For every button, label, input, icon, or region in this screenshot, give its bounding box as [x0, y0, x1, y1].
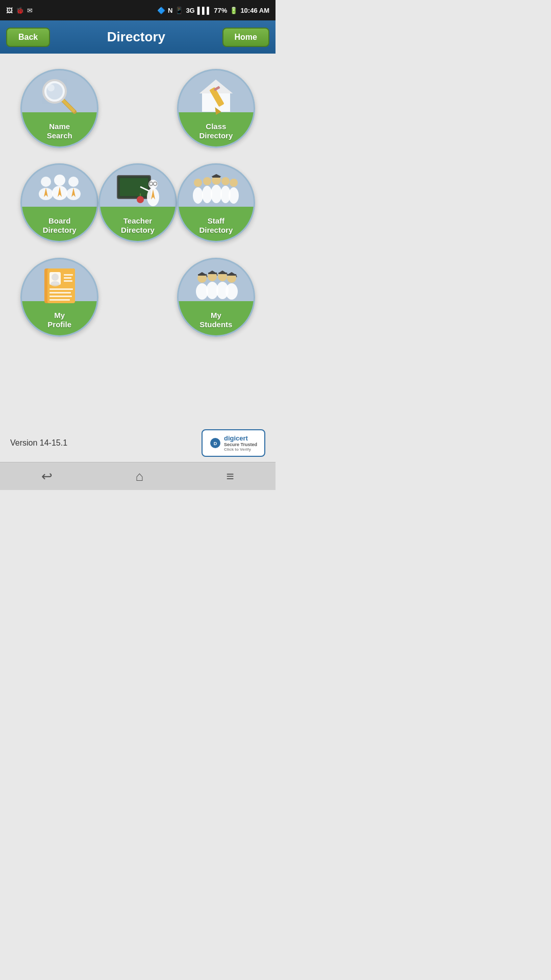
version-text: Version 14-15.1 — [10, 438, 67, 448]
class-directory-label: ClassDirectory — [195, 122, 237, 146]
svg-point-34 — [203, 177, 211, 185]
board-directory-icon — [37, 170, 83, 211]
back-nav-button[interactable]: ↩ — [41, 469, 53, 484]
digicert-logo-icon: D — [210, 437, 221, 449]
name-search-icon — [37, 76, 83, 116]
photo-icon: 🖼 — [6, 7, 13, 14]
svg-point-48 — [51, 281, 60, 286]
page-title: Directory — [107, 29, 165, 45]
footer: Version 14-15.1 D digicert Secure Truste… — [0, 424, 276, 462]
svg-text:D: D — [214, 441, 217, 446]
svg-point-72 — [226, 283, 238, 300]
digicert-text: digicert Secure Trusted Click to Verify — [224, 434, 257, 452]
bug-icon: 🐞 — [16, 7, 24, 14]
svg-rect-53 — [49, 292, 71, 293]
board-directory-label: BoardDirectory — [39, 216, 81, 241]
teacher-directory-button[interactable]: TeacherDirectory — [98, 163, 177, 242]
my-students-label: MyStudents — [195, 311, 236, 335]
svg-point-11 — [41, 177, 51, 187]
svg-point-18 — [68, 177, 79, 187]
phone-icon: 📱 — [175, 7, 183, 14]
my-students-button[interactable]: MyStudents — [177, 258, 255, 337]
status-icons-right: 🔷 N 📱 3G ▌▌▌ 77% 🔋 10:46 AM — [157, 7, 269, 14]
teacher-directory-icon — [115, 170, 161, 211]
svg-rect-50 — [64, 277, 71, 279]
time-display: 10:46 AM — [240, 7, 269, 14]
svg-rect-22 — [120, 178, 148, 196]
class-directory-icon — [193, 76, 239, 116]
menu-nav-button[interactable]: ≡ — [227, 469, 234, 484]
digicert-badge[interactable]: D digicert Secure Trusted Click to Verif… — [202, 429, 265, 457]
home-button[interactable]: Home — [222, 28, 269, 47]
my-profile-label: MyProfile — [43, 311, 76, 335]
svg-marker-43 — [211, 174, 221, 177]
svg-point-15 — [54, 175, 65, 186]
status-bar: 🖼 🐞 ✉ 🔷 N 📱 3G ▌▌▌ 77% 🔋 10:46 AM — [0, 0, 276, 20]
svg-marker-59 — [198, 272, 206, 275]
back-button[interactable]: Back — [6, 28, 50, 47]
board-directory-button[interactable]: BoardDirectory — [20, 163, 98, 242]
svg-marker-64 — [208, 271, 216, 273]
my-profile-button[interactable]: MyProfile — [20, 258, 98, 337]
svg-point-27 — [137, 196, 144, 203]
svg-rect-54 — [49, 296, 72, 297]
svg-marker-74 — [228, 272, 236, 275]
svg-line-3 — [63, 101, 73, 111]
mail-icon: ✉ — [27, 7, 33, 14]
svg-marker-69 — [218, 271, 227, 273]
icon-row-1: NameSearch ClassDirectory — [20, 69, 255, 148]
svg-point-41 — [229, 187, 239, 204]
teacher-directory-label: TeacherDirectory — [117, 216, 159, 241]
svg-point-47 — [52, 274, 59, 281]
svg-point-5 — [47, 84, 55, 91]
header-bar: Back Directory Home — [0, 20, 276, 54]
svg-point-33 — [193, 187, 203, 204]
staff-directory-icon — [193, 170, 239, 211]
icon-row-2: BoardDirectory — [20, 163, 255, 242]
svg-rect-49 — [64, 274, 73, 276]
svg-rect-51 — [64, 280, 72, 282]
battery-percent: 77% — [214, 7, 227, 14]
status-icons-left: 🖼 🐞 ✉ — [6, 7, 33, 14]
signal-icon: 3G — [186, 7, 194, 14]
nfc-icon: N — [168, 7, 172, 14]
my-students-icon — [193, 264, 239, 305]
bottom-navigation: ↩ ⌂ ≡ — [0, 462, 276, 490]
name-search-label: NameSearch — [43, 122, 77, 146]
svg-rect-55 — [49, 299, 70, 301]
staff-directory-label: StaffDirectory — [195, 216, 237, 241]
network-bars-icon: ▌▌▌ — [197, 7, 212, 14]
battery-icon: 🔋 — [230, 7, 238, 14]
icon-row-3: MyProfile — [20, 258, 255, 337]
svg-point-32 — [194, 179, 202, 187]
svg-point-40 — [230, 179, 238, 187]
my-profile-icon — [37, 264, 83, 305]
main-content: NameSearch ClassDirectory — [0, 54, 276, 352]
svg-point-38 — [221, 177, 230, 185]
svg-point-35 — [202, 186, 212, 203]
home-nav-button[interactable]: ⌂ — [136, 469, 144, 484]
svg-rect-52 — [49, 288, 73, 290]
svg-point-37 — [211, 185, 222, 203]
staff-directory-button[interactable]: StaffDirectory — [177, 163, 255, 242]
name-search-button[interactable]: NameSearch — [20, 69, 98, 148]
class-directory-button[interactable]: ClassDirectory — [177, 69, 255, 148]
bluetooth-icon: 🔷 — [157, 7, 165, 14]
